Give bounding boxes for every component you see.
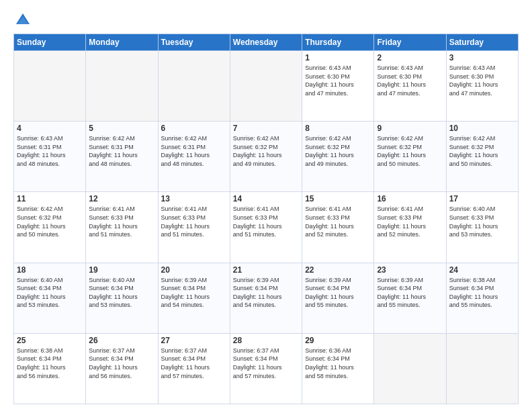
day-number: 7 (233, 124, 299, 133)
calendar-cell: 21Sunrise: 6:39 AMSunset: 6:34 PMDayligh… (230, 263, 302, 333)
header (13, 11, 519, 30)
day-header-tuesday: Tuesday (158, 34, 230, 51)
day-number: 9 (377, 124, 443, 133)
calendar-cell: 20Sunrise: 6:39 AMSunset: 6:34 PMDayligh… (158, 263, 230, 333)
week-row-2: 11Sunrise: 6:42 AMSunset: 6:32 PMDayligh… (14, 192, 519, 263)
day-number: 26 (89, 336, 154, 345)
day-number: 4 (17, 124, 83, 133)
day-number: 27 (161, 336, 227, 345)
calendar-cell: 19Sunrise: 6:40 AMSunset: 6:34 PMDayligh… (86, 263, 158, 333)
calendar-cell: 1Sunrise: 6:43 AMSunset: 6:30 PMDaylight… (302, 51, 374, 122)
day-header-monday: Monday (86, 34, 158, 51)
day-info: Sunrise: 6:41 AMSunset: 6:33 PMDaylight:… (161, 205, 227, 238)
day-info: Sunrise: 6:39 AMSunset: 6:34 PMDaylight:… (305, 276, 371, 310)
day-number: 28 (233, 336, 299, 345)
calendar-cell: 26Sunrise: 6:37 AMSunset: 6:34 PMDayligh… (86, 333, 158, 404)
day-number: 5 (89, 124, 154, 133)
calendar-cell: 25Sunrise: 6:38 AMSunset: 6:34 PMDayligh… (14, 333, 86, 404)
calendar-body: 1Sunrise: 6:43 AMSunset: 6:30 PMDaylight… (14, 51, 519, 404)
calendar-cell (158, 51, 230, 122)
calendar-cell: 23Sunrise: 6:39 AMSunset: 6:34 PMDayligh… (374, 263, 446, 333)
day-number: 20 (161, 265, 227, 275)
day-info: Sunrise: 6:42 AMSunset: 6:32 PMDaylight:… (305, 134, 371, 168)
day-number: 18 (17, 265, 83, 275)
day-info: Sunrise: 6:43 AMSunset: 6:30 PMDaylight:… (305, 64, 371, 97)
calendar-cell: 12Sunrise: 6:41 AMSunset: 6:33 PMDayligh… (86, 192, 158, 263)
day-info: Sunrise: 6:42 AMSunset: 6:31 PMDaylight:… (89, 134, 154, 168)
calendar-cell: 6Sunrise: 6:42 AMSunset: 6:31 PMDaylight… (158, 122, 230, 192)
day-info: Sunrise: 6:37 AMSunset: 6:34 PMDaylight:… (161, 347, 227, 380)
calendar-cell (86, 51, 158, 122)
day-info: Sunrise: 6:40 AMSunset: 6:34 PMDaylight:… (89, 276, 154, 310)
day-header-sunday: Sunday (14, 34, 86, 51)
day-info: Sunrise: 6:39 AMSunset: 6:34 PMDaylight:… (233, 276, 299, 310)
day-info: Sunrise: 6:37 AMSunset: 6:34 PMDaylight:… (89, 347, 154, 380)
day-number: 8 (305, 124, 371, 133)
week-row-4: 25Sunrise: 6:38 AMSunset: 6:34 PMDayligh… (14, 333, 519, 404)
logo-icon (13, 11, 32, 30)
day-number: 14 (233, 194, 299, 203)
calendar-cell (14, 51, 86, 122)
calendar-cell: 3Sunrise: 6:43 AMSunset: 6:30 PMDaylight… (446, 51, 518, 122)
week-row-1: 4Sunrise: 6:43 AMSunset: 6:31 PMDaylight… (14, 122, 519, 192)
day-header-saturday: Saturday (446, 34, 518, 51)
calendar-cell: 7Sunrise: 6:42 AMSunset: 6:32 PMDaylight… (230, 122, 302, 192)
day-number: 6 (161, 124, 227, 133)
day-number: 19 (89, 265, 154, 275)
calendar-cell: 4Sunrise: 6:43 AMSunset: 6:31 PMDaylight… (14, 122, 86, 192)
calendar-cell (446, 333, 518, 404)
calendar-cell: 10Sunrise: 6:42 AMSunset: 6:32 PMDayligh… (446, 122, 518, 192)
day-info: Sunrise: 6:41 AMSunset: 6:33 PMDaylight:… (233, 205, 299, 238)
calendar-cell: 18Sunrise: 6:40 AMSunset: 6:34 PMDayligh… (14, 263, 86, 333)
calendar-cell (230, 51, 302, 122)
day-number: 22 (305, 265, 371, 275)
calendar-cell: 27Sunrise: 6:37 AMSunset: 6:34 PMDayligh… (158, 333, 230, 404)
day-info: Sunrise: 6:40 AMSunset: 6:34 PMDaylight:… (17, 276, 83, 310)
header-row: SundayMondayTuesdayWednesdayThursdayFrid… (14, 34, 519, 51)
day-info: Sunrise: 6:38 AMSunset: 6:34 PMDaylight:… (449, 276, 515, 310)
calendar-cell (374, 333, 446, 404)
day-number: 17 (449, 194, 515, 203)
calendar-cell: 22Sunrise: 6:39 AMSunset: 6:34 PMDayligh… (302, 263, 374, 333)
day-number: 21 (233, 265, 299, 275)
day-header-wednesday: Wednesday (230, 34, 302, 51)
day-header-thursday: Thursday (302, 34, 374, 51)
day-info: Sunrise: 6:43 AMSunset: 6:30 PMDaylight:… (377, 64, 443, 97)
day-number: 23 (377, 265, 443, 275)
day-info: Sunrise: 6:43 AMSunset: 6:31 PMDaylight:… (17, 134, 83, 168)
day-info: Sunrise: 6:43 AMSunset: 6:30 PMDaylight:… (449, 64, 515, 97)
day-number: 29 (305, 336, 371, 345)
day-info: Sunrise: 6:42 AMSunset: 6:32 PMDaylight:… (377, 134, 443, 168)
day-number: 3 (449, 53, 515, 62)
calendar-cell: 8Sunrise: 6:42 AMSunset: 6:32 PMDaylight… (302, 122, 374, 192)
logo (13, 11, 35, 30)
day-info: Sunrise: 6:39 AMSunset: 6:34 PMDaylight:… (161, 276, 227, 310)
day-number: 16 (377, 194, 443, 203)
calendar-cell: 11Sunrise: 6:42 AMSunset: 6:32 PMDayligh… (14, 192, 86, 263)
day-number: 12 (89, 194, 154, 203)
calendar-table: SundayMondayTuesdayWednesdayThursdayFrid… (13, 34, 519, 404)
day-info: Sunrise: 6:42 AMSunset: 6:32 PMDaylight:… (233, 134, 299, 168)
calendar-cell: 2Sunrise: 6:43 AMSunset: 6:30 PMDaylight… (374, 51, 446, 122)
day-number: 13 (161, 194, 227, 203)
week-row-0: 1Sunrise: 6:43 AMSunset: 6:30 PMDaylight… (14, 51, 519, 122)
day-info: Sunrise: 6:41 AMSunset: 6:33 PMDaylight:… (377, 205, 443, 238)
calendar-cell: 24Sunrise: 6:38 AMSunset: 6:34 PMDayligh… (446, 263, 518, 333)
day-info: Sunrise: 6:42 AMSunset: 6:32 PMDaylight:… (449, 134, 515, 168)
page: SundayMondayTuesdayWednesdayThursdayFrid… (0, 0, 532, 411)
day-info: Sunrise: 6:42 AMSunset: 6:31 PMDaylight:… (161, 134, 227, 168)
calendar-header: SundayMondayTuesdayWednesdayThursdayFrid… (14, 34, 519, 51)
calendar-cell: 15Sunrise: 6:41 AMSunset: 6:33 PMDayligh… (302, 192, 374, 263)
day-number: 2 (377, 53, 443, 62)
day-header-friday: Friday (374, 34, 446, 51)
calendar-cell: 13Sunrise: 6:41 AMSunset: 6:33 PMDayligh… (158, 192, 230, 263)
calendar-cell: 9Sunrise: 6:42 AMSunset: 6:32 PMDaylight… (374, 122, 446, 192)
calendar-cell: 29Sunrise: 6:36 AMSunset: 6:34 PMDayligh… (302, 333, 374, 404)
day-info: Sunrise: 6:41 AMSunset: 6:33 PMDaylight:… (305, 205, 371, 238)
day-number: 1 (305, 53, 371, 62)
calendar-cell: 5Sunrise: 6:42 AMSunset: 6:31 PMDaylight… (86, 122, 158, 192)
day-info: Sunrise: 6:39 AMSunset: 6:34 PMDaylight:… (377, 276, 443, 310)
day-info: Sunrise: 6:36 AMSunset: 6:34 PMDaylight:… (305, 347, 371, 380)
day-number: 15 (305, 194, 371, 203)
day-info: Sunrise: 6:42 AMSunset: 6:32 PMDaylight:… (17, 205, 83, 238)
